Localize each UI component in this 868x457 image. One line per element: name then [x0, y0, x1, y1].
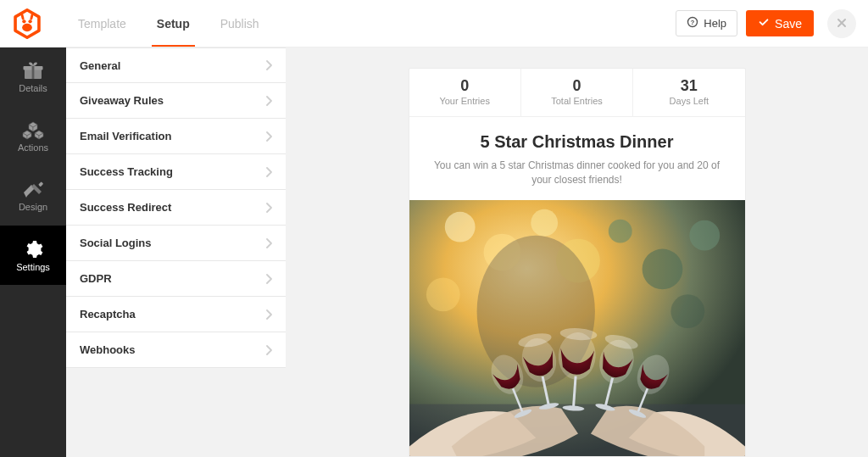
svg-point-3: [22, 23, 32, 31]
chevron-right-icon: [265, 309, 272, 320]
svg-point-24: [531, 209, 558, 237]
stat-days-left: 31 Days Left: [632, 69, 744, 116]
settings-item-webhooks[interactable]: Webhooks: [66, 332, 286, 368]
settings-item-giveaway-rules[interactable]: Giveaway Rules: [66, 83, 286, 119]
chevron-right-icon: [265, 167, 272, 177]
svg-point-1: [22, 20, 25, 23]
settings-item-success-tracking[interactable]: Success Tracking: [66, 154, 286, 190]
nav-label: Details: [19, 83, 47, 93]
chevron-right-icon: [265, 203, 272, 213]
cubes-icon: [22, 121, 44, 140]
svg-point-30: [670, 294, 704, 328]
gift-icon: [22, 62, 44, 81]
help-icon: ?: [687, 16, 698, 31]
chevron-right-icon: [265, 131, 272, 142]
settings-item-label: General: [80, 59, 120, 72]
brush-icon: [22, 181, 44, 199]
settings-item-label: Recaptcha: [80, 308, 136, 320]
chevron-right-icon: [265, 60, 272, 70]
settings-item-label: Webhooks: [80, 343, 136, 356]
preview-column: 0 Your Entries 0 Total Entries 31 Days L…: [286, 47, 868, 457]
preview-stats: 0 Your Entries 0 Total Entries 31 Days L…: [409, 69, 745, 117]
gear-icon: [23, 239, 43, 259]
nav-label: Settings: [16, 262, 50, 272]
svg-text:?: ?: [691, 19, 695, 26]
settings-item-label: Email Verification: [80, 130, 171, 142]
top-tabs: Template Setup Publish: [63, 0, 275, 47]
preview-image: [409, 200, 745, 456]
stat-label: Days Left: [637, 96, 741, 106]
preview-description: You can win a 5 star Christmas dinner co…: [426, 159, 728, 188]
preview-card: 0 Your Entries 0 Total Entries 31 Days L…: [409, 68, 746, 457]
chevron-right-icon: [265, 96, 272, 106]
settings-item-gdpr[interactable]: GDPR: [66, 261, 286, 297]
nav-label: Design: [19, 202, 47, 212]
chevron-right-icon: [265, 274, 272, 284]
help-button[interactable]: ? Help: [676, 10, 737, 36]
svg-rect-10: [32, 66, 35, 79]
left-nav: Details Actions Design Settings: [0, 47, 66, 457]
chevron-right-icon: [265, 238, 272, 248]
nav-item-details[interactable]: Details: [0, 47, 66, 107]
settings-item-email-verification[interactable]: Email Verification: [66, 119, 286, 154]
chevron-right-icon: [265, 345, 272, 355]
settings-item-success-redirect[interactable]: Success Redirect: [66, 190, 286, 226]
save-button[interactable]: Save: [746, 10, 814, 36]
settings-item-label: Social Logins: [80, 237, 152, 249]
preview-title: 5 Star Christmas Dinner: [426, 132, 728, 152]
preview-body: 5 Star Christmas Dinner You can win a 5 …: [409, 117, 745, 200]
close-button[interactable]: [827, 9, 856, 38]
svg-point-29: [426, 277, 459, 311]
nav-item-design[interactable]: Design: [0, 166, 66, 226]
svg-point-26: [608, 220, 632, 243]
close-icon: [837, 16, 847, 31]
settings-item-label: GDPR: [80, 272, 112, 285]
settings-item-general[interactable]: General: [66, 47, 286, 83]
help-button-label: Help: [704, 17, 726, 30]
top-right-actions: ? Help Save: [676, 9, 856, 38]
svg-point-22: [444, 212, 475, 242]
top-bar: Template Setup Publish ? Help Save: [0, 0, 868, 47]
save-button-label: Save: [775, 17, 802, 31]
tab-publish[interactable]: Publish: [205, 0, 275, 47]
main-body: Details Actions Design Settings General: [0, 47, 868, 457]
nav-item-settings[interactable]: Settings: [0, 226, 66, 285]
settings-item-label: Success Tracking: [80, 165, 173, 178]
stat-label: Your Entries: [413, 96, 517, 106]
stat-label: Total Entries: [525, 96, 629, 106]
tab-template[interactable]: Template: [63, 0, 142, 47]
stat-your-entries: 0 Your Entries: [409, 69, 520, 116]
svg-rect-20: [38, 181, 43, 187]
svg-point-27: [642, 248, 682, 289]
stat-value: 31: [637, 77, 741, 95]
stat-value: 0: [525, 77, 629, 95]
svg-point-2: [28, 20, 31, 23]
nav-label: Actions: [18, 142, 48, 153]
svg-point-28: [689, 220, 720, 251]
settings-item-label: Success Redirect: [80, 201, 171, 214]
settings-list: General Giveaway Rules Email Verificatio…: [66, 47, 286, 368]
settings-item-social-logins[interactable]: Social Logins: [66, 226, 286, 261]
nav-item-actions[interactable]: Actions: [0, 107, 66, 166]
stat-value: 0: [413, 77, 517, 95]
settings-panel: General Giveaway Rules Email Verificatio…: [66, 47, 286, 457]
settings-item-recaptcha[interactable]: Recaptcha: [66, 297, 286, 332]
stat-total-entries: 0 Total Entries: [520, 69, 632, 116]
check-icon: [758, 16, 770, 31]
tab-setup[interactable]: Setup: [142, 0, 205, 47]
brand-logo: [10, 7, 44, 41]
settings-item-label: Giveaway Rules: [80, 94, 164, 107]
